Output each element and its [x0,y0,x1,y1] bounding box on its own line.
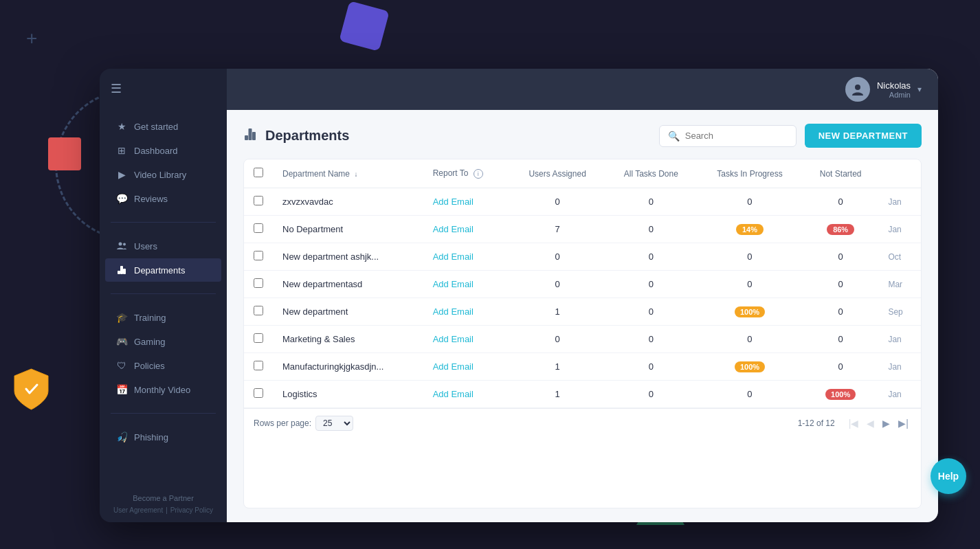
add-email-link[interactable]: Add Email [433,251,474,262]
table-row: LogisticsAdd Email100100%Jan [244,381,921,408]
next-page-button[interactable]: ▶ [880,416,893,430]
report-to-cell: Add Email [423,188,510,216]
sidebar-label-policies: Policies [134,361,165,371]
user-name: Nickolas [877,80,911,91]
row-checkbox[interactable] [254,196,263,205]
pagination-nav: |◀ ◀ ▶ ▶| [846,416,911,430]
hamburger-icon[interactable]: ☰ [111,81,122,96]
user-details: Nickolas Admin [877,80,911,99]
report-to-cell: Add Email [423,271,510,298]
sidebar-item-gaming[interactable]: 🎮 Gaming [105,330,221,353]
sidebar-label-dashboard: Dashboard [134,146,178,156]
sidebar-item-reviews[interactable]: 💬 Reviews [105,187,221,210]
monthly-video-icon: 📅 [116,384,127,395]
add-email-link[interactable]: Add Email [433,361,474,372]
users-assigned-cell: 1 [510,381,605,408]
video-library-icon: ▶ [116,169,127,180]
dept-name-cell: New department ashjk... [273,243,423,271]
tasks-in-progress-cell: 0 [697,326,803,353]
become-partner-link[interactable]: Become a Partner [111,494,216,502]
select-all-checkbox[interactable] [254,168,263,177]
row-checkbox[interactable] [254,278,263,288]
red-square-deco [48,137,81,170]
add-email-link[interactable]: Add Email [433,224,474,234]
col-users-assigned: Users Assigned [510,159,605,188]
sidebar-item-phishing[interactable]: 🎣 Phishing [105,425,221,449]
row-checkbox[interactable] [254,251,263,260]
users-assigned-cell: 0 [510,243,605,271]
users-icon [116,240,127,251]
sidebar-footer: Become a Partner User Agreement | Privac… [100,486,227,522]
search-box[interactable]: 🔍 [659,125,797,147]
select-all-header [244,159,273,188]
sidebar-item-monthly-video[interactable]: 📅 Monthly Video [105,378,221,401]
row-checkbox[interactable] [254,333,263,343]
sidebar-section-main: ★ Get started ⊞ Dashboard ▶ Video Librar… [100,109,227,216]
new-department-button[interactable]: NEW DEPARTMENT [805,124,922,148]
report-to-cell: Add Email [423,326,510,353]
sidebar-item-users[interactable]: Users [105,234,221,258]
row-checkbox[interactable] [254,306,263,315]
sidebar-section-phishing: 🎣 Phishing [100,419,227,455]
col-dept-name-label: Department Name [282,169,350,179]
col-date [878,159,921,188]
add-email-link[interactable]: Add Email [433,389,474,399]
sidebar-label-reviews: Reviews [134,194,168,204]
all-tasks-done-cell: 0 [605,188,698,216]
date-cell: Jan [878,381,921,408]
dept-name-cell: zxvzxvavdac [273,188,423,216]
last-page-button[interactable]: ▶| [895,416,911,430]
col-all-tasks-done: All Tasks Done [605,159,698,188]
sidebar-header: ☰ [100,69,227,109]
tasks-in-progress-cell: 0 [697,188,803,216]
policies-icon: 🛡 [116,360,127,371]
date-cell: Jan [878,216,921,243]
not-started-cell: 0 [803,271,879,298]
users-assigned-cell: 0 [510,271,605,298]
app-wrapper: ☰ ★ Get started ⊞ Dashboard ▶ Video Libr… [100,69,938,522]
add-email-link[interactable]: Add Email [433,197,474,207]
report-to-cell: Add Email [423,298,510,326]
user-info[interactable]: Nickolas Admin ▾ [845,77,922,102]
sidebar-label-users: Users [134,241,157,251]
not-started-cell: 100% [803,381,879,408]
help-button[interactable]: Help [931,458,966,494]
table-body: zxvzxvavdacAdd Email0000JanNo Department… [244,188,921,408]
rows-per-page-select[interactable]: 25 50 100 [315,416,353,431]
sidebar-item-policies[interactable]: 🛡 Policies [105,354,221,377]
sidebar-item-departments[interactable]: Departments [105,258,221,282]
date-cell: Mar [878,271,921,298]
privacy-policy-link[interactable]: Privacy Policy [170,506,213,514]
search-input[interactable] [685,131,788,141]
content-area: Departments 🔍 NEW DEPARTMENT [227,110,938,522]
add-email-link[interactable]: Add Email [433,306,474,317]
page-title: Departments [265,128,349,144]
sidebar-item-video-library[interactable]: ▶ Video Library [105,163,221,186]
svg-rect-6 [245,135,248,140]
sidebar-item-get-started[interactable]: ★ Get started [105,115,221,138]
user-agreement-link[interactable]: User Agreement [113,506,163,514]
users-assigned-cell: 0 [510,326,605,353]
add-email-link[interactable]: Add Email [433,334,474,344]
table-row: New departmentasdAdd Email0000Mar [244,271,921,298]
first-page-button[interactable]: |◀ [846,416,862,430]
page-info: 1-12 of 12 [798,418,835,428]
row-checkbox[interactable] [254,361,263,370]
phishing-icon: 🎣 [116,432,127,442]
sidebar-item-training[interactable]: 🎓 Training [105,306,221,329]
training-icon: 🎓 [116,312,127,323]
sidebar-section-training: 🎓 Training 🎮 Gaming 🛡 Policies 📅 Monthly… [100,300,227,407]
sidebar-item-dashboard[interactable]: ⊞ Dashboard [105,139,221,162]
col-not-started: Not Started [803,159,879,188]
add-email-link[interactable]: Add Email [433,279,474,289]
sidebar-divider-3 [111,413,216,414]
row-checkbox[interactable] [254,223,263,233]
sidebar-divider-2 [111,293,216,294]
col-dept-name: Department Name ↓ [273,159,423,188]
sort-icon: ↓ [354,170,357,178]
all-tasks-done-cell: 0 [605,271,698,298]
all-tasks-done-cell: 0 [605,298,698,326]
row-checkbox[interactable] [254,388,263,398]
prev-page-button[interactable]: ◀ [864,416,877,430]
tasks-in-progress-cell: 0 [697,271,803,298]
